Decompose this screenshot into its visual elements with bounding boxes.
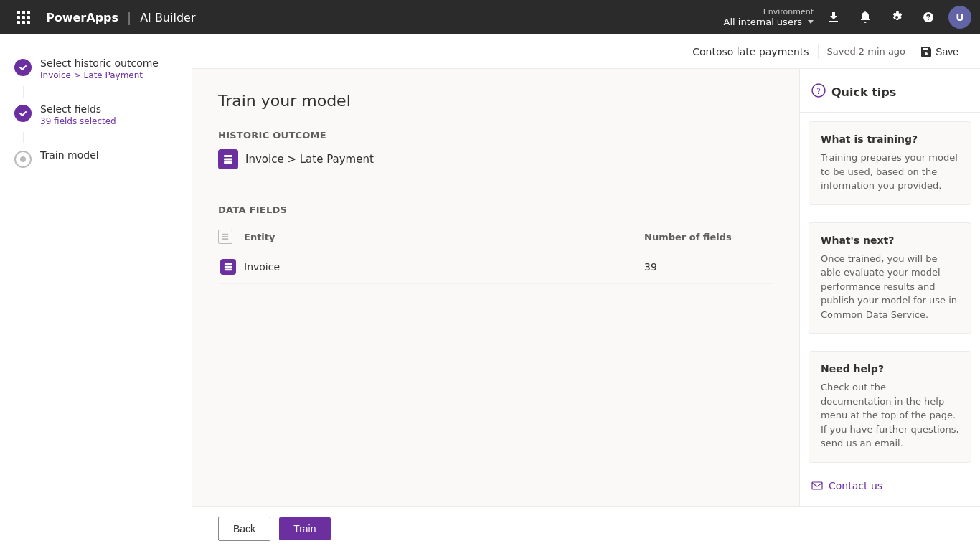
sidebar: Select historic outcome Invoice > Late P… bbox=[0, 34, 192, 551]
svg-text:?: ? bbox=[816, 86, 820, 96]
tip-1-body: Training prepares your model to be used,… bbox=[821, 151, 959, 193]
waffle-icon bbox=[17, 11, 30, 24]
step-1-icon bbox=[14, 59, 32, 76]
waffle-menu-button[interactable] bbox=[9, 0, 37, 34]
quick-tips-panel: ? Quick tips What is training? Training … bbox=[799, 69, 980, 506]
contact-us-link[interactable]: Contact us bbox=[800, 471, 980, 500]
tip-1-title: What is training? bbox=[821, 133, 959, 145]
step-1[interactable]: Select historic outcome Invoice > Late P… bbox=[0, 52, 192, 86]
powerapps-label[interactable]: PowerApps bbox=[46, 11, 118, 24]
entity-icon bbox=[218, 149, 238, 169]
step-3-title: Train model bbox=[40, 149, 99, 161]
data-fields-section: Data fields Entity bbox=[218, 204, 773, 284]
step-1-title: Select historic outcome bbox=[40, 57, 159, 69]
step-2-title: Select fields bbox=[40, 103, 116, 115]
database-icon bbox=[223, 154, 233, 164]
nav-icon-group: U bbox=[819, 3, 971, 32]
tip-2-body: Once trained, you will be able evaluate … bbox=[821, 252, 959, 322]
col-fields-header: Number of fields bbox=[644, 232, 773, 242]
tip-3-title: Need help? bbox=[821, 363, 959, 375]
save-button[interactable]: Save bbox=[914, 42, 966, 62]
tips-header: ? Quick tips bbox=[800, 69, 980, 113]
svg-rect-8 bbox=[225, 269, 232, 271]
step-3[interactable]: Train model bbox=[0, 143, 192, 174]
page-layout: Select historic outcome Invoice > Late P… bbox=[0, 34, 980, 551]
step-2-icon bbox=[14, 105, 32, 122]
row-entity-icon bbox=[218, 259, 238, 275]
table-header: Entity Number of fields bbox=[218, 224, 773, 250]
row-entity-name: Invoice bbox=[244, 261, 639, 273]
notifications-icon-button[interactable] bbox=[851, 3, 880, 32]
main-content: Train your model Historic outcome Invoic… bbox=[192, 69, 799, 506]
step-2[interactable]: Select fields 39 fields selected bbox=[0, 98, 192, 132]
top-nav: PowerApps | AI Builder Environment All i… bbox=[0, 0, 980, 34]
aibuilder-label[interactable]: AI Builder bbox=[140, 11, 195, 24]
download-icon bbox=[828, 11, 839, 23]
main-and-tips: Train your model Historic outcome Invoic… bbox=[192, 69, 980, 506]
environment-selector[interactable]: Environment All internal users bbox=[718, 7, 819, 27]
svg-rect-7 bbox=[225, 266, 232, 268]
user-avatar[interactable]: U bbox=[948, 6, 971, 29]
tip-3-body: Check out the documentation in the help … bbox=[821, 380, 959, 451]
svg-rect-4 bbox=[222, 236, 229, 237]
step-3-icon bbox=[14, 151, 32, 168]
back-button[interactable]: Back bbox=[218, 517, 270, 541]
invoice-entity-icon bbox=[224, 263, 232, 271]
table-row: Invoice 39 bbox=[218, 250, 773, 284]
save-label: Save bbox=[936, 46, 958, 57]
row-fields-count: 39 bbox=[644, 261, 773, 273]
footer-bar: Back Train bbox=[192, 506, 980, 551]
document-name: Contoso late payments bbox=[692, 46, 809, 57]
table-header-icon-placeholder bbox=[218, 230, 238, 244]
bell-icon bbox=[859, 11, 871, 23]
svg-rect-1 bbox=[224, 159, 232, 161]
step-2-content: Select fields 39 fields selected bbox=[40, 103, 116, 126]
step-connector-2 bbox=[23, 132, 24, 143]
tip-card-2: What's next? Once trained, you will be a… bbox=[809, 222, 971, 334]
nav-brand: PowerApps | AI Builder bbox=[37, 0, 204, 34]
chevron-down-icon bbox=[808, 20, 814, 24]
section-divider bbox=[218, 187, 773, 187]
svg-rect-2 bbox=[224, 161, 232, 164]
environment-value: All internal users bbox=[724, 17, 814, 27]
step-1-subtitle: Invoice > Late Payment bbox=[40, 70, 159, 80]
download-icon-button[interactable] bbox=[819, 3, 848, 32]
step-connector-1 bbox=[23, 86, 24, 98]
check-icon bbox=[19, 63, 27, 72]
question-mark-icon bbox=[923, 11, 934, 23]
train-button[interactable]: Train bbox=[279, 517, 330, 540]
contact-us-label: Contact us bbox=[829, 480, 882, 491]
header-bar: Contoso late payments Saved 2 min ago Sa… bbox=[192, 34, 980, 69]
check-icon-2 bbox=[19, 109, 27, 118]
tip-card-1: What is training? Training prepares your… bbox=[809, 121, 971, 205]
content-area: Contoso late payments Saved 2 min ago Sa… bbox=[192, 34, 980, 551]
gear-icon bbox=[891, 11, 903, 23]
quick-tips-title: Quick tips bbox=[831, 85, 896, 99]
svg-rect-0 bbox=[224, 155, 232, 157]
step-2-subtitle: 39 fields selected bbox=[40, 116, 116, 126]
save-icon bbox=[921, 47, 931, 57]
email-icon bbox=[811, 481, 823, 490]
header-divider bbox=[818, 44, 819, 59]
historic-outcome-label: Historic outcome bbox=[218, 130, 773, 141]
svg-rect-6 bbox=[225, 263, 232, 265]
outcome-text: Invoice > Late Payment bbox=[245, 153, 374, 166]
tip-card-3: Need help? Check out the documentation i… bbox=[809, 351, 971, 463]
col-entity-header: Entity bbox=[244, 232, 639, 242]
settings-icon-button[interactable] bbox=[882, 3, 911, 32]
tip-2-title: What's next? bbox=[821, 235, 959, 246]
data-fields-label: Data fields bbox=[218, 204, 773, 215]
svg-rect-11 bbox=[812, 482, 822, 489]
question-circle-icon: ? bbox=[811, 83, 826, 100]
help-icon-button[interactable] bbox=[914, 3, 943, 32]
step-3-content: Train model bbox=[40, 149, 99, 161]
entity-col-icon bbox=[222, 233, 229, 240]
outcome-row: Invoice > Late Payment bbox=[218, 149, 773, 169]
svg-rect-5 bbox=[222, 238, 229, 240]
svg-rect-3 bbox=[222, 234, 229, 235]
environment-label: Environment bbox=[763, 7, 814, 17]
step-1-content: Select historic outcome Invoice > Late P… bbox=[40, 57, 159, 80]
saved-status: Saved 2 min ago bbox=[827, 46, 906, 57]
page-title: Train your model bbox=[218, 92, 773, 110]
